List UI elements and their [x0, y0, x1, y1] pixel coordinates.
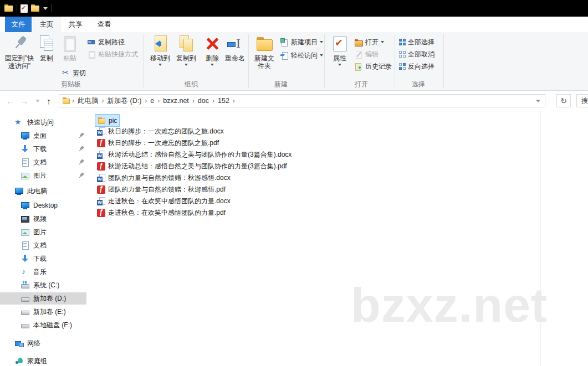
ribbon-group-divider — [324, 34, 325, 87]
easy-access-button[interactable]: 轻松访问 — [280, 50, 323, 61]
new-folder-button[interactable]: 新建文件夹 — [252, 34, 277, 70]
folder-row-pic[interactable]: pic — [95, 115, 119, 126]
file-row[interactable]: 团队的力量与自然的馈赠：秋游感悟.docx — [97, 172, 231, 184]
breadcrumb-item[interactable]: 152 — [216, 97, 232, 105]
cut-button[interactable]: 剪切 — [62, 68, 86, 79]
sidebar-item-drive-f[interactable]: 本地磁盘 (F:) — [0, 319, 91, 331]
paste-icon — [62, 35, 78, 53]
pdf-file-icon — [97, 139, 106, 148]
pictures-icon — [21, 228, 29, 236]
sidebar-item-documents[interactable]: 文档 — [0, 239, 91, 251]
copy-path-icon — [88, 38, 96, 47]
tab-view[interactable]: 查看 — [90, 17, 118, 32]
dropdown-caret-icon — [185, 64, 188, 66]
sidebar-item-pictures[interactable]: 图片 — [0, 226, 91, 238]
file-row[interactable]: 秋日的脚步：一次难忘的团队之旅.docx — [97, 126, 224, 137]
pin-icon — [76, 131, 86, 141]
easy-access-icon — [280, 51, 289, 60]
watermark: bzxz.net — [351, 277, 548, 333]
refresh-button[interactable]: ↻ — [556, 94, 571, 107]
forward-button[interactable]: → — [18, 94, 31, 107]
copy-path-button[interactable]: 复制路径 — [88, 37, 125, 48]
sidebar-item-drive-e[interactable]: 新加卷 (E:) — [0, 306, 91, 318]
rename-icon — [227, 35, 243, 53]
star-icon — [14, 118, 23, 127]
properties-check-icon — [333, 35, 347, 53]
breadcrumb-separator-icon[interactable] — [144, 97, 148, 105]
breadcrumb-item[interactable]: 新加卷 (D:) — [105, 96, 144, 106]
sidebar-item-drive-c[interactable]: 系统 (C:) — [0, 279, 91, 291]
file-name: 秋日的脚步：一次难忘的团队之旅.docx — [108, 127, 224, 136]
explorer-window: 文件 主页 共享 查看 固定到"快速访问" 复制 粘贴 复制路径 粘贴快捷方式 — [0, 0, 588, 366]
sidebar-item-desktop[interactable]: Desktop — [0, 199, 91, 212]
tab-home[interactable]: 主页 — [33, 17, 60, 32]
ribbon: 固定到"快速访问" 复制 粘贴 复制路径 粘贴快捷方式 剪切 剪贴板 移动到 — [0, 32, 588, 91]
edit-button[interactable]: 编辑 — [355, 49, 379, 60]
new-item-button[interactable]: 新建项目 — [280, 37, 323, 48]
file-row[interactable]: 团队的力量与自然的馈赠：秋游感悟.pdf — [97, 184, 226, 195]
pin-to-quick-access-button[interactable]: 固定到"快速访问" — [4, 34, 34, 70]
os-drive-icon — [21, 281, 29, 290]
word-file-icon — [97, 151, 106, 159]
address-dropdown-icon[interactable] — [536, 100, 540, 102]
sidebar-item-desktop-qa[interactable]: 桌面 — [0, 130, 91, 142]
breadcrumb-separator-icon[interactable] — [232, 97, 236, 105]
sidebar-item-videos[interactable]: 视频 — [0, 213, 91, 225]
toolbar-dropdown-icon[interactable] — [43, 7, 48, 10]
delete-button[interactable]: 删除 — [202, 34, 223, 66]
sidebar-item-drive-d[interactable]: 新加卷 (D:) — [0, 292, 86, 305]
breadcrumb-separator-icon[interactable] — [71, 97, 75, 105]
sidebar-item-music[interactable]: 音乐 — [0, 266, 91, 278]
folder-icon[interactable] — [4, 4, 13, 12]
breadcrumb[interactable]: 此电脑 新加卷 (D:) e bzxz.net doc 152 — [59, 94, 545, 107]
breadcrumb-separator-icon[interactable] — [101, 97, 105, 105]
sidebar-item-pictures-qa[interactable]: 图片 — [0, 169, 91, 182]
sidebar-item-downloads-qa[interactable]: 下载 — [0, 143, 91, 155]
tab-share[interactable]: 共享 — [62, 17, 89, 32]
sidebar-item-quick-access[interactable]: 快速访问 — [0, 116, 91, 128]
paste-button[interactable]: 粘贴 — [59, 34, 81, 62]
file-row[interactable]: 秋游活动总结：感悟自然之美与团队协作的力量(3篇合集).docx — [97, 149, 292, 161]
history-button[interactable]: 历史记录 — [355, 61, 392, 72]
pdf-file-icon — [97, 209, 106, 218]
breadcrumb-item[interactable]: doc — [196, 97, 211, 105]
file-row[interactable]: 秋游活动总结：感悟自然之美与团队协作的力量(3篇合集).pdf — [97, 161, 287, 172]
breadcrumb-separator-icon[interactable] — [211, 97, 216, 105]
breadcrumb-item[interactable]: e — [148, 97, 156, 105]
toolbar-separator — [51, 4, 52, 12]
invert-selection-button[interactable]: 反向选择 — [399, 61, 434, 72]
select-none-button[interactable]: 全部取消 — [399, 49, 434, 60]
folder-icon[interactable] — [31, 4, 40, 12]
sidebar-item-documents-qa[interactable]: 文档 — [0, 156, 91, 168]
select-all-button[interactable]: 全部选择 — [399, 37, 434, 48]
copy-to-button[interactable]: 复制到 — [173, 34, 199, 66]
open-button[interactable]: 打开 — [355, 37, 384, 48]
sidebar-item-this-pc[interactable]: 此电脑 — [0, 185, 91, 197]
file-row[interactable]: 走进秋色：在欢笑中感悟团队的力量.docx — [97, 195, 231, 207]
back-button[interactable]: ← — [3, 94, 17, 107]
breadcrumb-item[interactable]: 此电脑 — [75, 96, 101, 106]
main-area: 快速访问 桌面 下载 文档 图片 此电脑 Desktop — [0, 111, 588, 366]
copy-button[interactable]: 复制 — [35, 34, 58, 62]
properties-check-icon[interactable] — [21, 4, 28, 13]
sidebar-item-network[interactable]: 网络 — [0, 337, 91, 349]
select-none-icon — [399, 51, 406, 58]
rename-button[interactable]: 重命名 — [223, 34, 247, 62]
paste-shortcut-button[interactable]: 粘贴快捷方式 — [88, 49, 138, 60]
up-button[interactable]: ↑ — [42, 94, 55, 107]
breadcrumb-separator-icon[interactable] — [156, 97, 161, 105]
move-to-button[interactable]: 移动到 — [147, 34, 173, 66]
properties-button[interactable]: 属性 — [329, 34, 350, 66]
breadcrumb-item[interactable]: bzxz.net — [161, 97, 191, 105]
file-row[interactable]: 走进秋色：在欢笑中感悟团队的力量.pdf — [97, 207, 226, 219]
tab-file[interactable]: 文件 — [5, 17, 32, 32]
chevron-down-icon — [35, 100, 40, 102]
ribbon-group-divider — [248, 34, 249, 87]
file-row[interactable]: 秋日的脚步：一次难忘的团队之旅.pdf — [97, 137, 219, 149]
search-input[interactable]: 搜 — [576, 94, 588, 107]
copy-to-icon — [178, 35, 195, 53]
sidebar-item-downloads[interactable]: 下载 — [0, 252, 91, 265]
sidebar-item-homegroup[interactable]: 家庭组 — [0, 355, 91, 366]
select-group-label: 选择 — [402, 80, 435, 89]
breadcrumb-separator-icon[interactable] — [191, 97, 196, 105]
